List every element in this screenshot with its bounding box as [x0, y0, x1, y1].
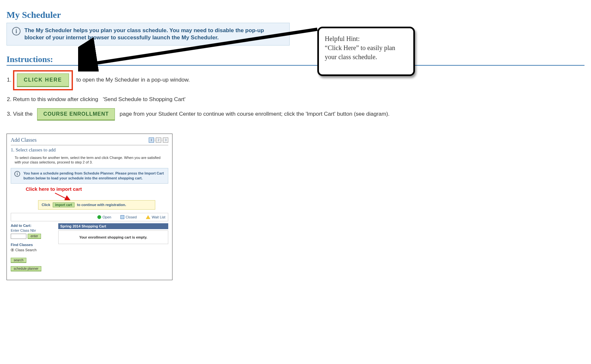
instruction-step-1: CLICK HERE to open the My Scheduler in a… [13, 70, 584, 90]
diagram-instructions: To select classes for another term, sele… [15, 155, 167, 165]
diagram-subheading: 1. Select classes to add [11, 147, 168, 153]
closed-status-icon [120, 215, 124, 219]
class-search-label: Class Search [15, 248, 36, 252]
info-icon: i [14, 171, 20, 177]
instructions-heading: Instructions: [7, 55, 584, 64]
enter-class-nbr-label: Enter Class Nbr [11, 228, 56, 232]
instruction-step-2: Return to this window after clicking 'Se… [13, 95, 584, 104]
waitlist-status-icon [146, 215, 150, 219]
radio-icon [11, 248, 14, 252]
diagram-title: Add Classes [11, 137, 37, 143]
click-here-highlight: CLICK HERE [13, 70, 73, 90]
status-legend: Open Closed Wait List [11, 213, 168, 221]
hint-title: Helpful Hint: [325, 34, 407, 43]
info-icon: i [12, 27, 21, 35]
step-box-2: 2 [156, 137, 161, 143]
step2-quoted: 'Send Schedule to Shopping Cart' [103, 96, 186, 102]
yellow-before: Click [42, 203, 50, 207]
hint-line1: “Click Here” to easily plan [325, 43, 407, 52]
legend-closed: Closed [126, 215, 137, 219]
schedule-planner-button[interactable]: schedule planner [11, 266, 41, 271]
class-search-radio[interactable]: Class Search [11, 248, 56, 252]
instruction-step-3: Visit the COURSE ENROLLMENT page from yo… [13, 108, 584, 121]
yellow-after: to continue with registration. [77, 203, 126, 207]
diagram-info-banner: i You have a schedule pending from Sched… [11, 168, 168, 184]
import-cart-bar: Click import cart to continue with regis… [38, 200, 155, 210]
course-enrollment-button[interactable]: COURSE ENROLLMENT [37, 108, 115, 121]
import-cart-arrow-icon [53, 192, 73, 200]
search-button[interactable]: search [11, 258, 26, 263]
step-box-3: 3 [163, 137, 168, 143]
enter-button[interactable]: enter [28, 234, 41, 239]
svg-line-3 [55, 193, 67, 199]
instructions-list: CLICK HERE to open the My Scheduler in a… [7, 70, 584, 120]
diagram-info-text: You have a schedule pending from Schedul… [23, 171, 165, 181]
shopping-cart-empty: Your enrollment shopping cart is empty. [58, 230, 168, 244]
legend-open: Open [103, 215, 111, 219]
import-cart-callout: Click here to import cart [26, 186, 168, 192]
import-cart-button[interactable]: import cart [53, 202, 74, 207]
hint-line2: your class schedule. [325, 52, 407, 61]
step-indicator: 1 – 2 – 3 [149, 137, 168, 143]
shopping-cart-header: Spring 2014 Shopping Cart [58, 223, 168, 229]
class-nbr-input[interactable] [11, 234, 26, 239]
step-box-1: 1 [149, 137, 154, 143]
step3-before: Visit the [13, 111, 33, 117]
info-banner-text: The My Scheduler helps you plan your cla… [24, 27, 284, 41]
open-status-icon [97, 215, 101, 219]
page-title: My Scheduler [7, 10, 584, 20]
hint-callout: Helpful Hint: “Click Here” to easily pla… [317, 27, 415, 76]
heading-rule [7, 65, 584, 66]
step3-after: page from your Student Center to continu… [120, 111, 390, 117]
legend-wait: Wait List [152, 215, 165, 219]
add-to-cart-label: Add to Cart: [11, 224, 32, 228]
info-banner: i The My Scheduler helps you plan your c… [7, 23, 290, 46]
click-here-button[interactable]: CLICK HERE [17, 73, 69, 87]
find-classes-label: Find Classes [11, 243, 56, 247]
step2-text: Return to this window after clicking [13, 96, 98, 102]
enrollment-diagram: Add Classes 1 – 2 – 3 1. Select classes … [7, 134, 172, 280]
step1-after-text: to open the My Scheduler in a pop-up win… [76, 77, 190, 83]
